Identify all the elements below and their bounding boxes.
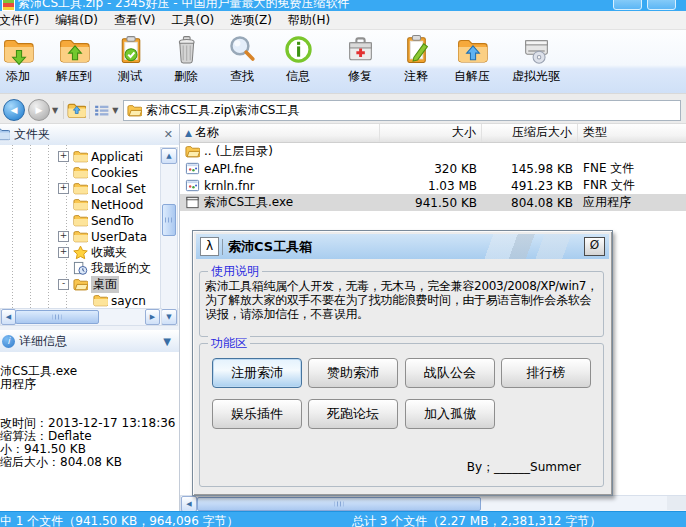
folder-open-icon — [73, 277, 88, 292]
test-button[interactable]: 测试 — [102, 33, 158, 91]
expander-icon[interactable]: + — [58, 247, 69, 258]
file-row-krnln[interactable]: krnln.fnr 1.03 MB 491.23 KB FNR 文件 — [180, 177, 686, 194]
tree-item-userdata[interactable]: + UserData — [0, 229, 161, 244]
file-row-suopei-exe[interactable]: 索沛CS工具.exe 941.50 KB 804.08 KB 应用程序 — [180, 194, 686, 211]
folders-panel-header: 文件夹 ✕ — [0, 123, 179, 146]
tree-item-local-settings[interactable]: + Local Set — [0, 181, 161, 196]
extract-to-button[interactable]: 解压到 — [46, 33, 102, 91]
column-header-row: ▲ 名称 大小 压缩后大小 类型 — [180, 123, 686, 143]
sipao-forum-button[interactable]: 死跑论坛 — [308, 399, 398, 429]
column-size[interactable]: 大小 — [380, 123, 482, 142]
collapse-panel-icon[interactable]: ▼ — [163, 336, 171, 347]
expander-icon[interactable]: + — [58, 231, 69, 242]
extract-to-label: 解压到 — [56, 68, 92, 85]
sfx-button[interactable]: 自解压 — [444, 33, 500, 91]
menu-edit[interactable]: 编辑(D) — [47, 12, 106, 29]
forward-button[interactable]: ▶ — [28, 99, 50, 121]
fne-file-icon — [185, 161, 200, 176]
maximize-button[interactable] — [647, 0, 676, 10]
scrollbar-thumb[interactable] — [162, 204, 176, 236]
column-name[interactable]: ▲ 名称 — [180, 123, 380, 142]
scrollbar-thumb[interactable] — [15, 310, 99, 324]
clan-guild-button[interactable]: 战队公会 — [405, 358, 495, 388]
folder-icon — [73, 229, 88, 244]
info-button[interactable]: 信息 — [270, 33, 326, 91]
scroll-right-button[interactable]: ▶ — [145, 309, 160, 325]
comment-button[interactable]: 注释 — [388, 33, 444, 91]
view-mode-button[interactable]: ▼ — [93, 102, 120, 119]
tree-item-nethood[interactable]: NetHood — [0, 197, 161, 212]
add-folder-icon — [2, 33, 35, 66]
up-folder-button[interactable] — [67, 101, 86, 120]
address-path: 索沛CS工具.zip\索沛CS工具 — [146, 102, 299, 119]
minimize-button[interactable] — [613, 0, 642, 10]
folders-icon — [0, 126, 10, 142]
dialog-titlebar: λ 索沛CS工具箱 Ø — [196, 234, 609, 259]
menu-tools[interactable]: 工具(O) — [163, 12, 222, 29]
folder-icon — [93, 293, 108, 308]
tree-item-sendto[interactable]: SendTo — [0, 213, 161, 228]
ranking-button[interactable]: 排行榜 — [501, 358, 591, 388]
expander-icon[interactable]: - — [58, 279, 69, 290]
tree-item-saycn[interactable]: saycn — [0, 293, 161, 308]
sponsor-suopei-button[interactable]: 赞助索沛 — [308, 358, 398, 388]
tree-item-recent-documents[interactable]: 我最近的文 — [0, 261, 161, 276]
scroll-down-button[interactable]: ▼ — [161, 309, 177, 325]
menu-view[interactable]: 查看(V) — [106, 12, 164, 29]
tree-item-desktop[interactable]: - 桌面 — [0, 277, 161, 292]
file-row-eapi[interactable]: eAPI.fne 320 KB 145.98 KB FNE 文件 — [180, 160, 686, 177]
tree-item-cookies[interactable]: Cookies — [0, 165, 161, 180]
divider — [89, 101, 90, 119]
cd-drive-icon — [520, 33, 553, 66]
view-list-icon — [93, 102, 110, 119]
scroll-left-button[interactable]: ◀ — [181, 496, 197, 512]
address-folder-icon — [127, 103, 142, 118]
status-total-info: 总计 3 个文件（2.27 MB，2,381,312 字节） — [352, 513, 601, 527]
file-row-updir[interactable]: .. (上层目录) — [180, 143, 686, 160]
details-panel-title: 详细信息 — [19, 333, 67, 350]
usage-group-title: 使用说明 — [208, 264, 262, 278]
back-icon: ◀ — [11, 105, 18, 115]
scroll-up-button[interactable]: ▲ — [161, 148, 177, 164]
info-circle-icon — [282, 33, 315, 66]
up-folder-icon — [67, 101, 86, 120]
delete-label: 删除 — [174, 68, 198, 85]
info-label: 信息 — [286, 68, 310, 85]
column-packed-size[interactable]: 压缩后大小 — [482, 123, 578, 142]
address-input[interactable]: 索沛CS工具.zip\索沛CS工具 — [123, 100, 681, 121]
find-button[interactable]: 查找 — [214, 33, 270, 91]
star-icon — [73, 245, 88, 260]
menu-help[interactable]: 帮助(H) — [280, 12, 338, 29]
scroll-down-icon: ▼ — [166, 313, 171, 321]
menu-file[interactable]: 文件(F) — [0, 12, 47, 29]
expander-icon[interactable]: + — [58, 151, 69, 162]
add-button[interactable]: 添加 — [0, 33, 46, 91]
register-suopei-button[interactable]: 注册索沛 — [212, 358, 302, 388]
tree-vertical-scrollbar[interactable]: ▲ ▼ — [160, 147, 178, 326]
tree-item-application-data[interactable]: + Applicati — [0, 149, 161, 164]
toolbar: 添加 解压到 测试 删除 查找 信息 修复 注释 — [0, 29, 686, 93]
sfx-folder-icon — [456, 33, 489, 66]
scrollbar-thumb[interactable] — [197, 497, 481, 511]
suopei-toolbox-dialog: λ 索沛CS工具箱 Ø 使用说明 索沛工具箱纯属个人开发，无毒，无木马，完全兼容… — [192, 230, 613, 496]
first-aid-icon — [344, 33, 377, 66]
tree-horizontal-scrollbar[interactable]: ◀ ▶ — [0, 308, 162, 326]
virtual-drive-button[interactable]: 虚拟光驱 — [500, 33, 572, 91]
divider — [222, 239, 223, 255]
column-type[interactable]: 类型 — [578, 123, 686, 142]
tree-item-favorites[interactable]: + 收藏夹 — [0, 245, 161, 260]
delete-button[interactable]: 删除 — [158, 33, 214, 91]
fun-plugins-button[interactable]: 娱乐插件 — [212, 399, 302, 429]
close-panel-icon[interactable]: ✕ — [164, 128, 173, 141]
app-logo-icon — [2, 0, 15, 11]
menu-options[interactable]: 选项(Z) — [222, 12, 280, 29]
scroll-left-button[interactable]: ◀ — [1, 309, 16, 325]
expander-icon[interactable]: + — [58, 183, 69, 194]
left-panel: 文件夹 ✕ + Applicati Cookies + Local Set — [0, 123, 180, 511]
repair-button[interactable]: 修复 — [332, 33, 388, 91]
history-dropdown-icon[interactable]: ▼ — [52, 106, 58, 115]
join-guao-button[interactable]: 加入孤傲 — [405, 399, 495, 429]
folder-open-icon — [185, 144, 200, 159]
back-button[interactable]: ◀ — [3, 99, 25, 121]
dialog-close-button[interactable]: Ø — [584, 237, 605, 256]
